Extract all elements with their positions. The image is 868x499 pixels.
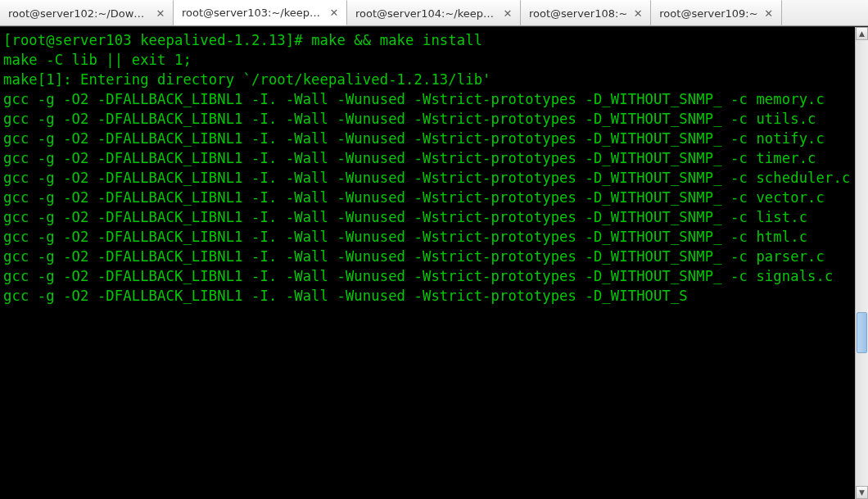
terminal-line: gcc -g -O2 -DFALLBACK_LIBNL1 -I. -Wall -… — [3, 209, 807, 225]
scroll-track[interactable] — [856, 40, 868, 486]
terminal-command: make && make install — [311, 32, 482, 48]
tab-label: root@server104:~/keepa... — [355, 7, 502, 20]
tab-server108[interactable]: root@server108:~ ✕ — [521, 0, 651, 25]
chevron-up-icon: ▲ — [859, 29, 865, 38]
terminal-line: gcc -g -O2 -DFALLBACK_LIBNL1 -I. -Wall -… — [3, 111, 816, 127]
chevron-down-icon: ▼ — [859, 488, 865, 497]
vertical-scrollbar[interactable]: ▲ ▼ — [855, 27, 868, 499]
terminal-line: gcc -g -O2 -DFALLBACK_LIBNL1 -I. -Wall -… — [3, 268, 833, 284]
terminal-line: gcc -g -O2 -DFALLBACK_LIBNL1 -I. -Wall -… — [3, 170, 850, 186]
tab-bar: root@server102:~/Downl... ✕ root@server1… — [0, 0, 868, 26]
scroll-thumb[interactable] — [857, 312, 867, 353]
scroll-up-button[interactable]: ▲ — [856, 27, 868, 40]
terminal-line: gcc -g -O2 -DFALLBACK_LIBNL1 -I. -Wall -… — [3, 189, 825, 206]
close-icon[interactable]: ✕ — [632, 7, 644, 19]
close-icon[interactable]: ✕ — [328, 7, 340, 19]
tab-server103[interactable]: root@server103:~/keepa... ✕ — [174, 0, 347, 25]
tab-label: root@server108:~ — [529, 7, 632, 20]
tab-server109[interactable]: root@server109:~ ✕ — [651, 0, 781, 25]
terminal-area: [root@server103 keepalived-1.2.13]# make… — [0, 26, 868, 499]
tab-label: root@server103:~/keepa... — [182, 7, 328, 19]
terminal-line: gcc -g -O2 -DFALLBACK_LIBNL1 -I. -Wall -… — [3, 229, 807, 245]
tab-server102[interactable]: root@server102:~/Downl... ✕ — [0, 0, 174, 25]
tab-server104[interactable]: root@server104:~/keepa... ✕ — [347, 0, 521, 25]
tab-label: root@server102:~/Downl... — [8, 7, 155, 20]
terminal-line: make[1]: Entering directory `/root/keepa… — [3, 71, 491, 88]
terminal-line: gcc -g -O2 -DFALLBACK_LIBNL1 -I. -Wall -… — [3, 248, 825, 265]
terminal-prompt: [root@server103 keepalived-1.2.13]# — [3, 32, 303, 48]
terminal-line: make -C lib || exit 1; — [3, 52, 192, 68]
terminal-line: gcc -g -O2 -DFALLBACK_LIBNL1 -I. -Wall -… — [3, 91, 825, 107]
close-icon[interactable]: ✕ — [155, 7, 166, 19]
terminal-line: gcc -g -O2 -DFALLBACK_LIBNL1 -I. -Wall -… — [3, 288, 688, 304]
tab-label: root@server109:~ — [659, 7, 762, 20]
terminal-output[interactable]: [root@server103 keepalived-1.2.13]# make… — [0, 27, 868, 499]
close-icon[interactable]: ✕ — [763, 7, 775, 19]
scroll-down-button[interactable]: ▼ — [856, 486, 868, 499]
terminal-line: gcc -g -O2 -DFALLBACK_LIBNL1 -I. -Wall -… — [3, 130, 825, 147]
close-icon[interactable]: ✕ — [502, 7, 513, 19]
terminal-line: gcc -g -O2 -DFALLBACK_LIBNL1 -I. -Wall -… — [3, 150, 816, 166]
